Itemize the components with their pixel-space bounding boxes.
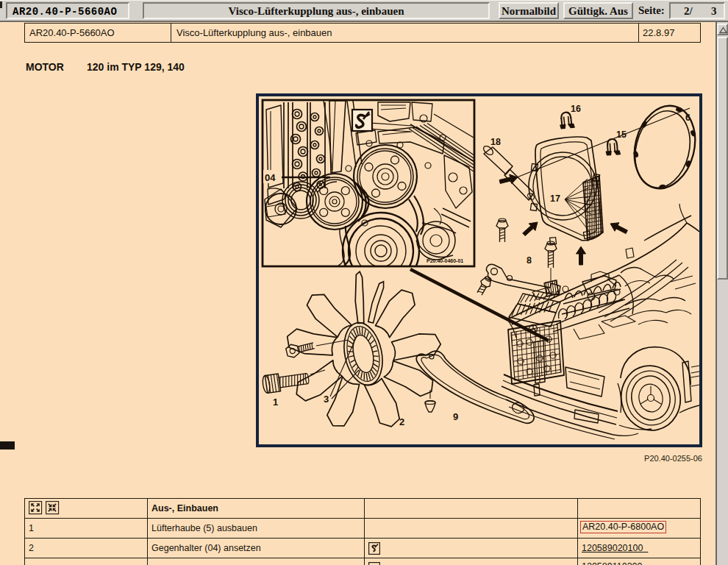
svg-text:P20.40-0460-01: P20.40-0460-01	[427, 258, 463, 263]
svg-text:8: 8	[527, 255, 532, 266]
svg-text:16: 16	[571, 104, 581, 114]
svg-text:15: 15	[616, 129, 627, 140]
svg-text:9: 9	[453, 411, 458, 422]
svg-text:04: 04	[265, 172, 276, 183]
svg-text:3: 3	[324, 394, 329, 405]
svg-text:6: 6	[685, 113, 690, 123]
svg-text:17: 17	[550, 193, 560, 204]
svg-text:18: 18	[490, 137, 501, 147]
svg-text:1: 1	[273, 397, 278, 408]
svg-text:2: 2	[399, 416, 404, 427]
